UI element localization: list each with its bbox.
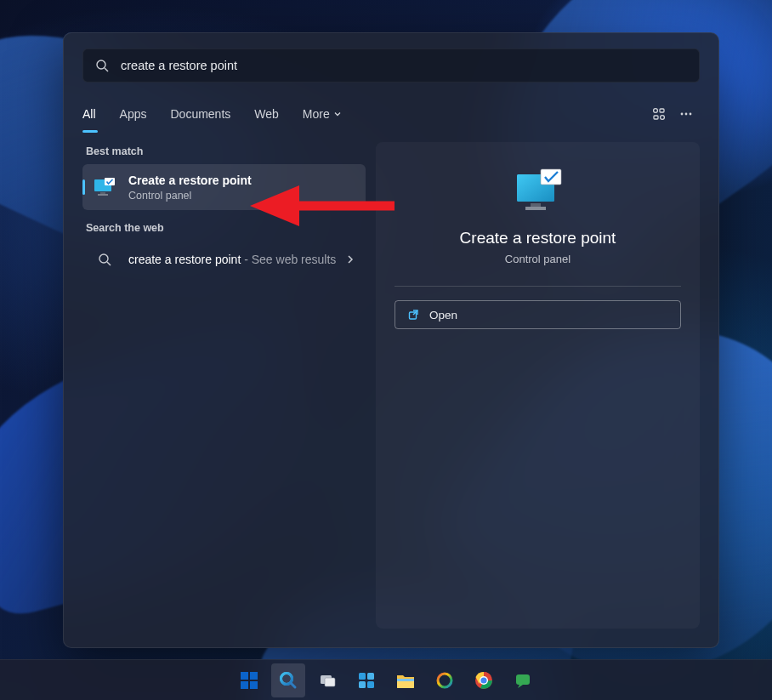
taskbar xyxy=(0,659,772,700)
preview-pane: Create a restore point Control panel Ope… xyxy=(376,142,700,629)
preview-title: Create a restore point xyxy=(460,229,616,248)
svg-rect-25 xyxy=(250,672,258,680)
best-match-label: Best match xyxy=(86,145,366,157)
file-explorer-button[interactable] xyxy=(389,663,423,697)
svg-rect-24 xyxy=(241,672,248,680)
svg-rect-17 xyxy=(531,203,541,207)
windows-logo-icon xyxy=(239,670,259,691)
app-button-1[interactable] xyxy=(428,663,462,697)
tab-documents[interactable]: Documents xyxy=(170,102,230,126)
search-icon xyxy=(95,59,109,72)
svg-point-6 xyxy=(681,113,684,116)
open-link-icon xyxy=(407,309,419,321)
svg-rect-18 xyxy=(525,207,546,210)
svg-rect-10 xyxy=(100,192,105,194)
app-button-2[interactable] xyxy=(506,663,540,697)
web-result-title: create a restore point - See web results xyxy=(128,252,345,267)
result-subtitle: Control panel xyxy=(128,190,355,202)
search-icon xyxy=(93,249,116,270)
more-options-button[interactable] xyxy=(673,100,700,128)
svg-point-39 xyxy=(438,674,451,687)
open-button-label: Open xyxy=(429,309,457,322)
preview-subtitle: Control panel xyxy=(505,253,570,265)
svg-rect-11 xyxy=(98,194,108,196)
svg-rect-43 xyxy=(516,674,530,685)
search-the-web-label: Search the web xyxy=(86,222,366,234)
apps-grid-icon xyxy=(651,106,667,122)
svg-rect-27 xyxy=(250,681,258,689)
svg-rect-32 xyxy=(325,678,335,686)
tab-all[interactable]: All xyxy=(82,102,96,126)
svg-line-1 xyxy=(105,68,108,71)
svg-point-0 xyxy=(97,60,105,69)
svg-line-14 xyxy=(107,262,111,265)
chrome-button[interactable] xyxy=(467,663,501,697)
result-create-restore-point[interactable]: Create a restore point Control panel xyxy=(82,164,366,210)
ellipsis-icon xyxy=(679,107,693,121)
result-title: Create a restore point xyxy=(128,173,355,188)
widgets-icon xyxy=(357,671,376,690)
svg-rect-35 xyxy=(359,681,366,688)
tab-web[interactable]: Web xyxy=(254,102,279,126)
svg-line-30 xyxy=(291,683,295,687)
svg-rect-34 xyxy=(367,673,374,680)
chevron-right-icon xyxy=(345,254,355,265)
chevron-down-icon xyxy=(333,110,342,118)
divider xyxy=(395,286,681,287)
chat-app-icon xyxy=(514,672,531,689)
open-button[interactable]: Open xyxy=(395,300,681,329)
folder-icon xyxy=(395,671,416,690)
search-input[interactable] xyxy=(121,59,687,72)
results-list: Best match Create a restore point Contro… xyxy=(82,142,366,629)
quick-search-button[interactable] xyxy=(645,100,673,128)
search-taskbar-button[interactable] xyxy=(271,663,305,697)
widgets-button[interactable] xyxy=(349,663,383,697)
task-view-button[interactable] xyxy=(310,663,344,697)
svg-rect-19 xyxy=(541,169,561,185)
chrome-icon xyxy=(474,671,493,690)
search-bar[interactable] xyxy=(82,48,700,83)
svg-point-13 xyxy=(99,254,108,263)
svg-rect-26 xyxy=(241,681,248,689)
result-web-search[interactable]: create a restore point - See web results xyxy=(82,241,366,278)
tab-apps[interactable]: Apps xyxy=(120,102,147,126)
svg-point-5 xyxy=(661,116,665,120)
svg-rect-4 xyxy=(654,116,658,119)
search-magnifier-icon xyxy=(279,671,298,690)
svg-rect-38 xyxy=(397,679,414,681)
svg-rect-33 xyxy=(359,673,366,680)
start-button[interactable] xyxy=(232,663,266,697)
tab-more-label: More xyxy=(303,107,330,121)
svg-point-7 xyxy=(685,113,688,116)
search-flyout: All Apps Documents Web More Best match xyxy=(63,32,719,648)
svg-rect-36 xyxy=(367,681,374,688)
filter-tabs: All Apps Documents Web More xyxy=(64,100,718,128)
svg-point-8 xyxy=(690,113,692,116)
control-panel-icon-large xyxy=(514,168,563,213)
svg-rect-3 xyxy=(660,109,664,112)
tab-more[interactable]: More xyxy=(303,102,342,126)
control-panel-icon xyxy=(93,177,116,197)
svg-point-2 xyxy=(654,109,658,113)
svg-point-42 xyxy=(480,677,486,683)
ring-app-icon xyxy=(435,671,454,690)
task-view-icon xyxy=(318,671,337,690)
